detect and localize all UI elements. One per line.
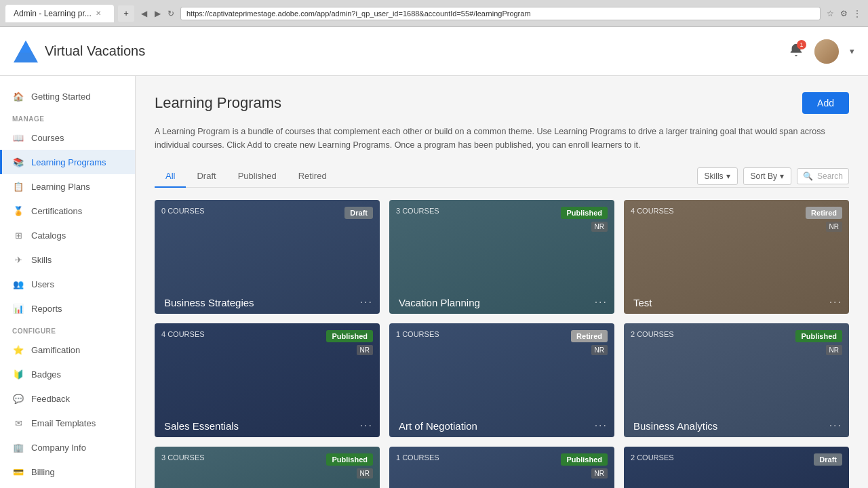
card-courses-count: 4 COURSES: [161, 330, 205, 338]
cards-grid: 0 COURSES Draft Business Strategies ··· …: [155, 200, 849, 488]
card-7[interactable]: 3 COURSES Published NR: [155, 447, 380, 488]
sidebar-email-templates-label: Email Templates: [31, 418, 96, 428]
billing-icon: 💳: [12, 466, 24, 478]
user-avatar[interactable]: [814, 39, 839, 64]
card-title: Business Strategies: [155, 290, 380, 314]
tab-close-btn[interactable]: ✕: [96, 9, 101, 17]
description-text: A Learning Program is a bundle of course…: [155, 125, 849, 152]
card-more-options[interactable]: ···: [829, 296, 842, 308]
tab-published[interactable]: Published: [227, 165, 288, 188]
card-business-strategies[interactable]: 0 COURSES Draft Business Strategies ···: [155, 200, 380, 314]
app-header: Virtual Vacations 1 ▾: [0, 27, 868, 76]
card-business-analytics[interactable]: 2 COURSES Published NR Business Analytic…: [624, 323, 849, 437]
badges-icon: 🔰: [12, 368, 24, 380]
sort-by-filter-label: Sort By: [751, 171, 777, 181]
card-more-options[interactable]: ···: [829, 420, 842, 432]
card-badge-published: Published: [561, 453, 608, 466]
skills-filter-chevron: ▾: [726, 171, 730, 181]
card-art-of-negotiation[interactable]: 1 COURSES Retired NR Art of Negotiation …: [389, 323, 614, 437]
tab-all[interactable]: All: [155, 165, 186, 188]
catalogs-icon: ⊞: [12, 229, 24, 241]
email-templates-icon: ✉: [12, 417, 24, 429]
sidebar-item-learning-plans[interactable]: 📋 Learning Plans: [0, 174, 135, 199]
card-badge-draft: Draft: [344, 207, 373, 219]
card-title: Business Analytics: [624, 413, 849, 437]
sidebar-item-certifications[interactable]: 🏅 Certifications: [0, 199, 135, 223]
forward-btn[interactable]: ▶: [152, 8, 163, 19]
sort-by-filter-btn[interactable]: Sort By ▾: [743, 167, 791, 185]
reload-btn[interactable]: ↻: [165, 8, 176, 19]
card-courses-count: 1 COURSES: [396, 453, 439, 462]
extension-btn[interactable]: ⚙: [838, 8, 849, 19]
sidebar-skills-label: Skills: [31, 255, 52, 265]
card-test[interactable]: 4 COURSES Retired NR Test ···: [624, 200, 849, 314]
header-right: 1 ▾: [789, 39, 854, 64]
sidebar-item-gamification[interactable]: ⭐ Gamification: [0, 338, 135, 362]
sidebar-badges-label: Badges: [31, 369, 61, 380]
browser-nav-controls: ◀ ▶ ↻: [138, 8, 176, 19]
learning-programs-icon: 📚: [12, 156, 24, 168]
learning-plans-icon: 📋: [12, 180, 24, 192]
sidebar-learning-programs-label: Learning Programs: [31, 157, 106, 167]
card-more-options[interactable]: ···: [360, 420, 373, 432]
company-info-icon: 🏢: [12, 441, 24, 453]
card-title: Vacation Planning: [389, 290, 614, 314]
card-more-options[interactable]: ···: [595, 420, 608, 432]
sidebar-feedback-label: Feedback: [31, 394, 70, 404]
card-title: Test: [624, 290, 849, 314]
card-nr-badge: NR: [591, 345, 608, 355]
bookmark-btn[interactable]: ☆: [825, 8, 835, 19]
skills-filter-btn[interactable]: Skills ▾: [697, 167, 738, 185]
sidebar-billing-label: Billing: [31, 467, 55, 477]
sidebar-item-reports[interactable]: 📊 Reports: [0, 296, 135, 321]
tab-draft[interactable]: Draft: [186, 165, 226, 188]
sidebar-company-info-label: Company Info: [31, 443, 86, 453]
new-tab-btn[interactable]: +: [118, 5, 134, 22]
card-8[interactable]: 1 COURSES Published NR: [389, 447, 614, 488]
add-button[interactable]: Add: [802, 92, 849, 114]
card-more-options[interactable]: ···: [360, 296, 373, 308]
sidebar-item-email-templates[interactable]: ✉ Email Templates: [0, 411, 135, 435]
menu-btn[interactable]: ⋮: [852, 8, 863, 19]
svg-marker-1: [20, 40, 32, 52]
sidebar-item-badges[interactable]: 🔰 Badges: [0, 362, 135, 386]
tab-retired[interactable]: Retired: [288, 165, 338, 188]
search-box[interactable]: 🔍 Search: [797, 168, 849, 184]
sidebar-item-learning-programs[interactable]: 📚 Learning Programs: [0, 150, 135, 174]
sidebar-item-getting-started[interactable]: 🏠 Getting Started: [0, 84, 135, 108]
card-vacation-planning[interactable]: 3 COURSES Published NR Vacation Planning…: [389, 200, 614, 314]
card-badge-published: Published: [326, 453, 373, 466]
sidebar-configure-label: CONFIGURE: [0, 321, 135, 338]
browser-tab[interactable]: Admin - Learning pr... ✕: [5, 5, 114, 22]
back-btn[interactable]: ◀: [138, 8, 149, 19]
sidebar-item-users[interactable]: 👥 Users: [0, 272, 135, 296]
card-more-options[interactable]: ···: [595, 296, 608, 308]
card-nr-badge: NR: [357, 345, 373, 355]
sidebar-item-skills[interactable]: ✈ Skills: [0, 247, 135, 272]
card-9[interactable]: 2 COURSES Draft: [624, 447, 849, 488]
card-courses-count: 4 COURSES: [631, 207, 674, 215]
card-title: Sales Essentials: [155, 413, 380, 437]
sidebar-manage-label: MANAGE: [0, 108, 135, 125]
user-dropdown-arrow[interactable]: ▾: [850, 46, 854, 56]
sidebar-item-billing[interactable]: 💳 Billing: [0, 460, 135, 484]
notification-btn[interactable]: 1: [789, 43, 804, 60]
sidebar-item-company-info[interactable]: 🏢 Company Info: [0, 435, 135, 460]
content-area: Learning Programs Add A Learning Program…: [136, 76, 868, 488]
sidebar-users-label: Users: [31, 279, 54, 289]
sidebar-catalogs-label: Catalogs: [31, 230, 66, 241]
sidebar-item-catalogs[interactable]: ⊞ Catalogs: [0, 223, 135, 247]
address-bar[interactable]: https://captivateprimestage.adobe.com/ap…: [180, 7, 821, 20]
sidebar-item-feedback[interactable]: 💬 Feedback: [0, 386, 135, 411]
sort-by-filter-chevron: ▾: [780, 171, 784, 181]
main-layout: 🏠 Getting Started MANAGE 📖 Courses 📚 Lea…: [0, 76, 868, 488]
sidebar-learning-plans-label: Learning Plans: [31, 182, 90, 192]
sidebar-gamification-label: Gamification: [31, 345, 80, 355]
card-badge-published: Published: [795, 330, 842, 342]
card-nr-badge: NR: [591, 468, 608, 479]
card-sales-essentials[interactable]: 4 COURSES Published NR Sales Essentials …: [155, 323, 380, 437]
avatar-image: [814, 39, 839, 64]
skills-filter-label: Skills: [705, 171, 724, 181]
sidebar-item-courses[interactable]: 📖 Courses: [0, 125, 135, 150]
notification-badge: 1: [797, 40, 806, 49]
